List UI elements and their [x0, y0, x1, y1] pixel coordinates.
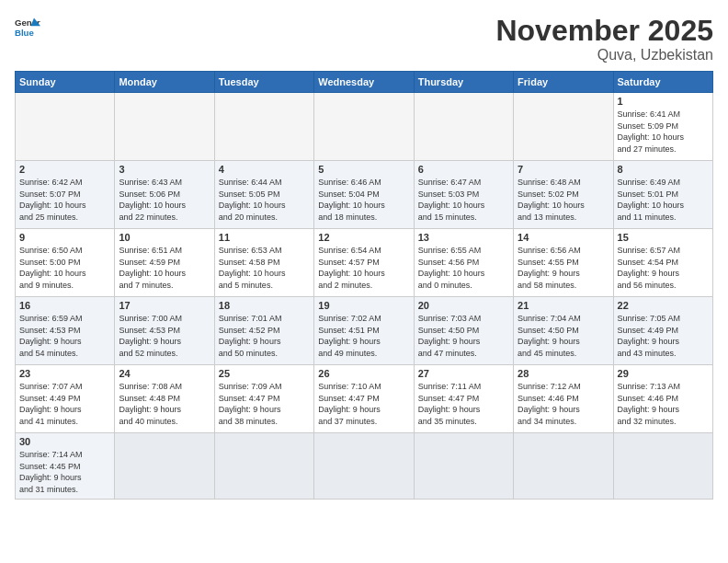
day-number: 19	[318, 300, 409, 311]
day-number: 20	[418, 300, 509, 311]
day-info: Sunrise: 6:57 AM Sunset: 4:54 PM Dayligh…	[618, 245, 709, 291]
day-number: 5	[318, 164, 409, 175]
calendar-row: 16Sunrise: 6:59 AM Sunset: 4:53 PM Dayli…	[16, 297, 713, 365]
day-number: 7	[518, 164, 609, 175]
calendar-row: 1Sunrise: 6:41 AM Sunset: 5:09 PM Daylig…	[16, 93, 713, 161]
day-info: Sunrise: 6:41 AM Sunset: 5:09 PM Dayligh…	[618, 109, 709, 155]
day-info: Sunrise: 6:44 AM Sunset: 5:05 PM Dayligh…	[219, 177, 310, 223]
table-row: 15Sunrise: 6:57 AM Sunset: 4:54 PM Dayli…	[613, 229, 712, 297]
table-row	[314, 93, 414, 161]
day-number: 8	[618, 164, 709, 175]
day-info: Sunrise: 6:46 AM Sunset: 5:04 PM Dayligh…	[318, 177, 409, 223]
calendar-row: 30Sunrise: 7:14 AM Sunset: 4:45 PM Dayli…	[16, 433, 713, 499]
header-saturday: Saturday	[613, 72, 712, 93]
day-info: Sunrise: 6:51 AM Sunset: 4:59 PM Dayligh…	[119, 245, 210, 291]
day-number: 18	[219, 300, 310, 311]
page-header: General Blue November 2025 Quva, Uzbekis…	[15, 15, 713, 63]
calendar-row: 23Sunrise: 7:07 AM Sunset: 4:49 PM Dayli…	[16, 365, 713, 433]
table-row	[214, 93, 313, 161]
day-info: Sunrise: 6:50 AM Sunset: 5:00 PM Dayligh…	[19, 245, 110, 291]
day-info: Sunrise: 7:00 AM Sunset: 4:53 PM Dayligh…	[119, 313, 210, 359]
day-info: Sunrise: 7:01 AM Sunset: 4:52 PM Dayligh…	[219, 313, 310, 359]
table-row	[214, 433, 313, 499]
day-info: Sunrise: 7:08 AM Sunset: 4:48 PM Dayligh…	[119, 381, 210, 427]
day-info: Sunrise: 7:04 AM Sunset: 4:50 PM Dayligh…	[518, 313, 609, 359]
table-row	[414, 93, 513, 161]
day-number: 11	[219, 232, 310, 243]
table-row: 7Sunrise: 6:48 AM Sunset: 5:02 PM Daylig…	[514, 161, 613, 229]
day-number: 16	[19, 300, 110, 311]
table-row: 3Sunrise: 6:43 AM Sunset: 5:06 PM Daylig…	[115, 161, 214, 229]
table-row: 29Sunrise: 7:13 AM Sunset: 4:46 PM Dayli…	[613, 365, 712, 433]
table-row: 25Sunrise: 7:09 AM Sunset: 4:47 PM Dayli…	[214, 365, 313, 433]
table-row: 6Sunrise: 6:47 AM Sunset: 5:03 PM Daylig…	[414, 161, 513, 229]
weekday-header-row: Sunday Monday Tuesday Wednesday Thursday…	[16, 72, 713, 93]
day-info: Sunrise: 7:09 AM Sunset: 4:47 PM Dayligh…	[219, 381, 310, 427]
table-row	[115, 433, 214, 499]
day-info: Sunrise: 7:07 AM Sunset: 4:49 PM Dayligh…	[19, 381, 110, 427]
table-row	[613, 433, 712, 499]
day-number: 14	[518, 232, 609, 243]
day-number: 13	[418, 232, 509, 243]
day-number: 6	[418, 164, 509, 175]
table-row: 30Sunrise: 7:14 AM Sunset: 4:45 PM Dayli…	[16, 433, 115, 499]
day-info: Sunrise: 6:49 AM Sunset: 5:01 PM Dayligh…	[618, 177, 709, 223]
day-info: Sunrise: 6:53 AM Sunset: 4:58 PM Dayligh…	[219, 245, 310, 291]
day-info: Sunrise: 6:55 AM Sunset: 4:56 PM Dayligh…	[418, 245, 509, 291]
calendar-row: 2Sunrise: 6:42 AM Sunset: 5:07 PM Daylig…	[16, 161, 713, 229]
logo-icon: General Blue	[15, 15, 40, 40]
table-row: 1Sunrise: 6:41 AM Sunset: 5:09 PM Daylig…	[613, 93, 712, 161]
table-row: 8Sunrise: 6:49 AM Sunset: 5:01 PM Daylig…	[613, 161, 712, 229]
table-row: 5Sunrise: 6:46 AM Sunset: 5:04 PM Daylig…	[314, 161, 414, 229]
day-info: Sunrise: 7:12 AM Sunset: 4:46 PM Dayligh…	[518, 381, 609, 427]
logo: General Blue	[15, 15, 40, 40]
day-number: 17	[119, 300, 210, 311]
table-row: 10Sunrise: 6:51 AM Sunset: 4:59 PM Dayli…	[115, 229, 214, 297]
table-row	[414, 433, 513, 499]
day-info: Sunrise: 6:54 AM Sunset: 4:57 PM Dayligh…	[318, 245, 409, 291]
day-number: 27	[418, 368, 509, 379]
day-info: Sunrise: 7:14 AM Sunset: 4:45 PM Dayligh…	[19, 449, 110, 495]
title-block: November 2025 Quva, Uzbekistan	[495, 15, 713, 63]
table-row: 21Sunrise: 7:04 AM Sunset: 4:50 PM Dayli…	[514, 297, 613, 365]
day-number: 9	[19, 232, 110, 243]
day-number: 12	[318, 232, 409, 243]
table-row	[115, 93, 214, 161]
table-row: 4Sunrise: 6:44 AM Sunset: 5:05 PM Daylig…	[214, 161, 313, 229]
table-row: 2Sunrise: 6:42 AM Sunset: 5:07 PM Daylig…	[16, 161, 115, 229]
day-number: 29	[618, 368, 709, 379]
day-number: 3	[119, 164, 210, 175]
day-info: Sunrise: 6:47 AM Sunset: 5:03 PM Dayligh…	[418, 177, 509, 223]
header-monday: Monday	[115, 72, 214, 93]
day-number: 28	[518, 368, 609, 379]
svg-text:Blue: Blue	[15, 28, 34, 38]
header-tuesday: Tuesday	[214, 72, 313, 93]
table-row	[514, 93, 613, 161]
day-info: Sunrise: 7:13 AM Sunset: 4:46 PM Dayligh…	[618, 381, 709, 427]
day-info: Sunrise: 7:11 AM Sunset: 4:47 PM Dayligh…	[418, 381, 509, 427]
table-row: 22Sunrise: 7:05 AM Sunset: 4:49 PM Dayli…	[613, 297, 712, 365]
day-info: Sunrise: 6:48 AM Sunset: 5:02 PM Dayligh…	[518, 177, 609, 223]
day-info: Sunrise: 6:59 AM Sunset: 4:53 PM Dayligh…	[19, 313, 110, 359]
day-info: Sunrise: 6:42 AM Sunset: 5:07 PM Dayligh…	[19, 177, 110, 223]
day-info: Sunrise: 7:03 AM Sunset: 4:50 PM Dayligh…	[418, 313, 509, 359]
calendar-row: 9Sunrise: 6:50 AM Sunset: 5:00 PM Daylig…	[16, 229, 713, 297]
day-number: 21	[518, 300, 609, 311]
table-row: 14Sunrise: 6:56 AM Sunset: 4:55 PM Dayli…	[514, 229, 613, 297]
day-info: Sunrise: 6:56 AM Sunset: 4:55 PM Dayligh…	[518, 245, 609, 291]
day-number: 15	[618, 232, 709, 243]
day-number: 10	[119, 232, 210, 243]
day-number: 23	[19, 368, 110, 379]
header-wednesday: Wednesday	[314, 72, 414, 93]
table-row: 19Sunrise: 7:02 AM Sunset: 4:51 PM Dayli…	[314, 297, 414, 365]
day-number: 26	[318, 368, 409, 379]
header-thursday: Thursday	[414, 72, 513, 93]
day-info: Sunrise: 6:43 AM Sunset: 5:06 PM Dayligh…	[119, 177, 210, 223]
table-row: 18Sunrise: 7:01 AM Sunset: 4:52 PM Dayli…	[214, 297, 313, 365]
header-friday: Friday	[514, 72, 613, 93]
day-number: 30	[19, 436, 110, 447]
day-number: 24	[119, 368, 210, 379]
day-info: Sunrise: 7:10 AM Sunset: 4:47 PM Dayligh…	[318, 381, 409, 427]
calendar-table: Sunday Monday Tuesday Wednesday Thursday…	[15, 71, 713, 499]
day-info: Sunrise: 7:05 AM Sunset: 4:49 PM Dayligh…	[618, 313, 709, 359]
